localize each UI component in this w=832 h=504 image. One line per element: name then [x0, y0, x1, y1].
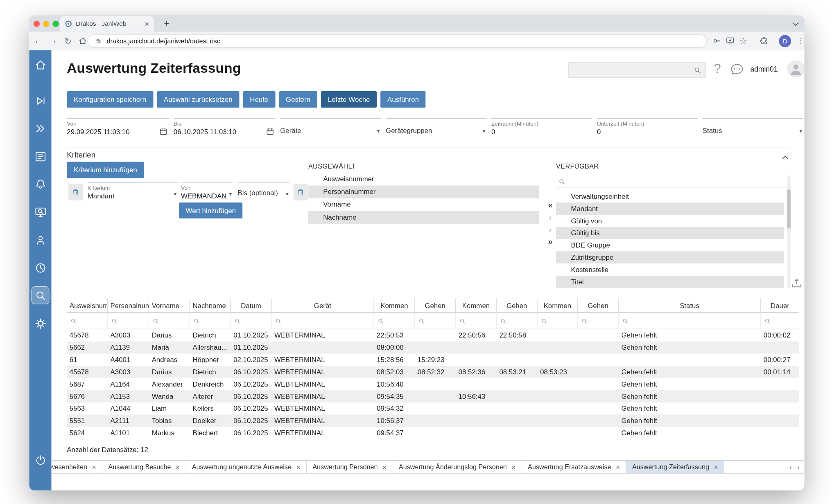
sidebar-bell-icon[interactable]	[31, 175, 49, 193]
selected-item-personalnummer[interactable]: Personalnummer	[308, 186, 539, 198]
column-filter-2[interactable]	[149, 313, 190, 329]
criterion-bis-select[interactable]: Bis (optional) ▾	[238, 182, 290, 202]
delete-criterion-icon[interactable]	[68, 184, 83, 200]
user-avatar[interactable]	[787, 61, 804, 77]
bottom-tab-auswertung-zeiterfassung[interactable]: Auswertung Zeiterfassung×	[626, 461, 724, 473]
bottom-tab-auswertung-ersatzausweise[interactable]: Auswertung Ersatzausweise×	[522, 461, 626, 473]
filter-field-bis[interactable]: Bis06.10.2025 11:03:10	[174, 118, 276, 138]
bookmark-star-icon[interactable]: ☆	[737, 32, 751, 50]
sidebar-double-chevron-icon[interactable]	[31, 119, 49, 137]
move-all-right-icon[interactable]: »	[548, 237, 552, 246]
browser-profile-avatar[interactable]: D	[779, 35, 791, 47]
table-row-0[interactable]: 45678A3003DariusDietrich01.10.2025WEBTER…	[67, 329, 799, 342]
filter-field-gerätegruppen[interactable]: Gerätegruppen▾	[386, 118, 486, 138]
column-filter-8[interactable]	[456, 313, 497, 329]
selected-item-vorname[interactable]: Vorname	[308, 198, 539, 211]
sidebar-search-icon[interactable]	[31, 286, 49, 304]
scrollbar-track[interactable]	[787, 176, 791, 288]
column-header-kommen-8[interactable]: Kommen	[456, 299, 497, 313]
delete-value-icon[interactable]	[294, 184, 308, 200]
available-item-zutrittsgruppe[interactable]: Zutrittsgruppe	[556, 251, 784, 263]
sidebar-gear-icon[interactable]	[31, 314, 49, 332]
action-button-heute[interactable]: Heute	[243, 91, 275, 108]
column-header-kommen-10[interactable]: Kommen	[538, 299, 578, 313]
site-settings-icon[interactable]	[95, 37, 102, 45]
filter-field-von[interactable]: Von29.09.2025 11:03:10	[67, 118, 169, 138]
close-tab-icon[interactable]: ×	[714, 463, 718, 471]
column-filter-11[interactable]	[578, 313, 619, 329]
column-filter-13[interactable]	[761, 313, 799, 329]
criterion-von-select[interactable]: Von WEBMANDAN ▾	[181, 182, 233, 202]
new-tab-button[interactable]: +	[160, 18, 173, 30]
forward-icon[interactable]: →	[46, 32, 60, 50]
column-filter-10[interactable]	[538, 313, 578, 329]
column-header-gehen-7[interactable]: Gehen	[415, 299, 456, 313]
close-window-button[interactable]	[34, 21, 40, 27]
available-item-mandant[interactable]: Mandant	[556, 202, 784, 215]
browser-tab[interactable]: Drakos - JaniWeb ×	[60, 16, 154, 32]
available-item-kostenstelle[interactable]: Kostenstelle	[556, 263, 784, 276]
add-value-button[interactable]: Wert hinzufügen	[179, 202, 243, 218]
available-search-input[interactable]	[569, 177, 783, 188]
close-tab-icon[interactable]: ×	[176, 463, 180, 471]
table-row-5[interactable]: 5676A1153WandaAlterer06.10.2025WEBTERMIN…	[67, 390, 799, 403]
filter-field-zeitraum-minuten-[interactable]: Zeitraum (Minuten)0	[491, 118, 592, 138]
column-header-personalnun-1[interactable]: Personalnun	[108, 299, 149, 313]
table-row-8[interactable]: 5624A1101MarkusBlechert06.10.2025WEBTERM…	[67, 427, 799, 439]
global-search-input[interactable]	[572, 64, 691, 77]
column-header-datum-4[interactable]: Datum	[231, 299, 272, 313]
move-left-icon[interactable]: ‹	[549, 213, 552, 222]
column-filter-4[interactable]	[231, 313, 272, 329]
kebab-menu-icon[interactable]: ⋮	[794, 32, 805, 50]
table-row-3[interactable]: 45678A3003DariusDietrich06.10.2025WEBTER…	[67, 366, 799, 378]
move-all-left-icon[interactable]: «	[548, 200, 552, 209]
sidebar-monitor-search-icon[interactable]	[31, 203, 49, 221]
column-filter-5[interactable]	[272, 313, 374, 329]
back-icon[interactable]: ←	[31, 32, 45, 50]
column-header-nachname-3[interactable]: Nachname	[190, 299, 231, 313]
extensions-puzzle-icon[interactable]	[757, 32, 771, 50]
column-filter-7[interactable]	[415, 313, 456, 329]
add-criterion-button[interactable]: Kriterium hinzufügen	[67, 162, 144, 178]
column-header-gerät-5[interactable]: Gerät	[272, 299, 374, 313]
move-right-icon[interactable]: ›	[549, 225, 552, 234]
bottom-tab-auswertung-ungenutzte-ausweise[interactable]: Auswertung ungenutzte Ausweise×	[186, 461, 307, 473]
scrollbar-thumb[interactable]	[787, 189, 791, 229]
close-tab-icon[interactable]: ×	[382, 463, 387, 471]
tab-close-icon[interactable]: ×	[145, 20, 149, 28]
available-item-bde-gruppe[interactable]: BDE Gruppe	[556, 239, 784, 251]
action-button-letzte-woche[interactable]: Letzte Woche	[321, 91, 377, 108]
column-filter-6[interactable]	[374, 313, 415, 329]
table-row-2[interactable]: 61A4001AndreasHöppner02.10.2025WEBTERMIN…	[67, 353, 799, 366]
table-row-1[interactable]: 5662A1139MariaAllershau...01.10.202508:0…	[67, 342, 799, 354]
reload-icon[interactable]: ↻	[61, 32, 75, 50]
available-item-gültig-bis[interactable]: Gültig bis	[556, 227, 784, 239]
action-button-ausführen[interactable]: Ausführen	[380, 91, 425, 108]
address-bar[interactable]: drakos.janicloud.de/janiweb/outest.risc	[88, 34, 707, 47]
sidebar-journal-icon[interactable]	[31, 147, 49, 165]
table-row-7[interactable]: 5551A2111TobiasDoelker06.10.2025WEBTERMI…	[67, 414, 799, 427]
sidebar-power-icon[interactable]	[31, 451, 49, 469]
sidebar-clock-icon[interactable]	[31, 259, 49, 277]
close-tab-icon[interactable]: ×	[616, 463, 620, 471]
column-header-gehen-11[interactable]: Gehen	[578, 299, 619, 313]
filter-field-geräte[interactable]: Geräte▾	[280, 118, 381, 138]
column-filter-3[interactable]	[190, 313, 231, 329]
close-tab-icon[interactable]: ×	[511, 463, 515, 471]
close-tab-icon[interactable]: ×	[92, 463, 96, 471]
column-header-kommen-6[interactable]: Kommen	[374, 299, 415, 313]
action-button-auswahl-zurücksetzen[interactable]: Auswahl zurücksetzen	[157, 91, 239, 108]
selected-item-nachname[interactable]: Nachname	[308, 211, 539, 224]
action-button-konfiguration-speichern[interactable]: Konfiguration speichern	[67, 91, 153, 108]
calendar-icon[interactable]	[266, 127, 274, 136]
column-filter-12[interactable]	[619, 313, 761, 329]
export-upload-icon[interactable]	[790, 277, 803, 290]
sidebar-step-forward-icon[interactable]	[31, 92, 49, 110]
available-item-gültig-von[interactable]: Gültig von	[556, 215, 784, 227]
criterion-type-select[interactable]: Kriterium Mandant ▾	[88, 182, 178, 202]
sidebar-person-icon[interactable]	[31, 231, 49, 249]
minimize-window-button[interactable]	[43, 21, 50, 27]
column-filter-9[interactable]	[497, 313, 538, 329]
bottom-tab-auswertung-änderungslog-personen[interactable]: Auswertung Änderungslog Personen×	[393, 461, 522, 473]
available-item-verwaltungseinheit[interactable]: Verwaltungseinheit	[556, 190, 784, 202]
